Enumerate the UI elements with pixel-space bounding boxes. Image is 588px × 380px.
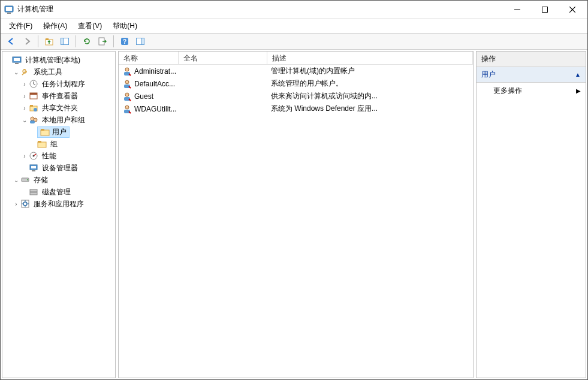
svg-point-45 <box>125 80 129 84</box>
maximize-button[interactable] <box>531 1 559 19</box>
list-item[interactable]: Administrat... 管理计算机(域)的内置帐户 <box>119 65 473 77</box>
svg-rect-1 <box>6 7 12 11</box>
svg-rect-15 <box>142 38 144 45</box>
list-pane: 名称 全名 描述 Administrat... 管理计算机(域)的内置帐户 De… <box>118 51 474 378</box>
svg-rect-23 <box>30 105 33 107</box>
clock-icon <box>29 79 38 89</box>
svg-rect-28 <box>41 130 49 135</box>
tree-task-scheduler[interactable]: › 任务计划程序 <box>4 78 114 90</box>
tree-device-manager[interactable]: 设备管理器 <box>4 162 114 174</box>
list-item[interactable]: Guest 供来宾访问计算机或访问域的内... <box>119 90 473 102</box>
expander-icon[interactable]: ⌄ <box>20 117 29 123</box>
actions-pane: 操作 用户 ▲ 更多操作 ▶ <box>476 51 586 378</box>
user-fullname <box>179 70 267 73</box>
close-button[interactable] <box>559 1 586 19</box>
tree-services-apps[interactable]: › 服务和应用程序 <box>4 198 114 210</box>
actions-section-users[interactable]: 用户 ▲ <box>477 67 586 83</box>
user-fullname <box>179 108 267 110</box>
tree-local-users-groups[interactable]: ⌄ 本地用户和组 <box>4 114 114 126</box>
list-header: 名称 全名 描述 <box>119 52 473 65</box>
tree-label: 存储 <box>34 175 48 185</box>
column-name[interactable]: 名称 <box>119 52 179 64</box>
expander-icon[interactable]: › <box>20 105 29 111</box>
up-button[interactable] <box>42 35 56 48</box>
tree-label: 磁盘管理 <box>42 187 71 197</box>
list-body: Administrat... 管理计算机(域)的内置帐户 DefaultAcc.… <box>119 65 473 115</box>
menu-file[interactable]: 文件(F) <box>4 20 37 32</box>
expander-icon[interactable]: › <box>20 81 29 88</box>
minimize-button[interactable] <box>503 1 531 19</box>
help-button[interactable]: ? <box>117 35 132 48</box>
list-item[interactable]: DefaultAcc... 系统管理的用户帐户。 <box>119 77 473 90</box>
svg-rect-4 <box>542 7 548 12</box>
menu-view[interactable]: 查看(V) <box>73 20 107 32</box>
actions-more-label: 更多操作 <box>493 86 522 96</box>
menu-action[interactable]: 操作(A) <box>38 20 72 32</box>
list-item[interactable]: WDAGUtilit... 系统为 Windows Defender 应用... <box>119 102 473 115</box>
show-hide-tree-button[interactable] <box>58 35 72 48</box>
forward-button[interactable] <box>20 35 34 48</box>
expander-icon[interactable]: ⌄ <box>12 69 20 76</box>
svg-point-24 <box>34 108 37 111</box>
chevron-right-icon: ▶ <box>576 88 581 94</box>
svg-point-33 <box>33 155 35 157</box>
actions-more[interactable]: 更多操作 ▶ <box>477 83 586 99</box>
tree-storage[interactable]: ⌄ 存储 <box>4 174 114 186</box>
tree-shared-folders[interactable]: › 共享文件夹 <box>4 102 114 114</box>
column-fullname[interactable]: 全名 <box>179 52 267 64</box>
actions-header: 操作 <box>477 52 586 67</box>
menu-help[interactable]: 帮助(H) <box>108 20 142 32</box>
expander-icon[interactable]: › <box>12 201 20 207</box>
tree-users[interactable]: 用户 <box>4 126 114 138</box>
titlebar: 计算机管理 <box>1 1 587 19</box>
user-fullname <box>179 83 267 85</box>
app-icon <box>4 5 14 14</box>
expander-icon[interactable]: › <box>20 153 29 159</box>
toolbar-separator <box>38 35 38 47</box>
toolbar: ? <box>1 33 587 50</box>
back-button[interactable] <box>4 35 19 48</box>
svg-rect-2 <box>7 13 11 14</box>
tree-label: 本地用户和组 <box>42 115 85 125</box>
tree-label: 组 <box>50 139 58 149</box>
collapse-icon: ▲ <box>575 71 581 78</box>
disk-icon <box>29 187 38 197</box>
user-description: 系统为 Windows Defender 应用... <box>267 102 473 115</box>
user-icon <box>122 104 132 114</box>
svg-rect-8 <box>46 38 49 40</box>
svg-rect-31 <box>38 141 41 143</box>
column-description[interactable]: 描述 <box>267 52 473 64</box>
tree-disk-management[interactable]: 磁盘管理 <box>4 186 114 198</box>
event-icon <box>29 91 38 101</box>
services-icon <box>20 199 30 209</box>
user-name: DefaultAcc... <box>134 80 175 88</box>
user-description: 管理计算机(域)的内置帐户 <box>267 65 473 77</box>
svg-point-47 <box>125 93 129 96</box>
tree-event-viewer[interactable]: › 事件查看器 <box>4 90 114 102</box>
tree-groups[interactable]: 组 <box>4 138 114 150</box>
tree-label: 事件查看器 <box>42 91 78 101</box>
performance-icon <box>29 151 38 161</box>
actions-section-label: 用户 <box>481 70 496 80</box>
tree-performance[interactable]: › 性能 <box>4 150 114 162</box>
expander-icon[interactable]: ⌄ <box>12 177 20 183</box>
users-groups-icon <box>29 115 38 125</box>
svg-rect-18 <box>15 63 19 64</box>
tree-label: 用户 <box>52 127 67 137</box>
user-icon <box>122 92 132 101</box>
user-name: Administrat... <box>134 67 176 76</box>
toolbar-separator <box>113 35 114 47</box>
tree-label: 共享文件夹 <box>42 103 78 113</box>
svg-rect-36 <box>32 170 35 171</box>
storage-icon <box>20 175 30 185</box>
tree-system-tools[interactable]: ⌄ 系统工具 <box>4 66 114 78</box>
show-hide-action-pane-button[interactable] <box>133 35 147 48</box>
folder-icon <box>37 139 47 149</box>
expander-icon[interactable]: › <box>20 93 29 99</box>
export-button[interactable] <box>95 35 110 48</box>
tree-root[interactable]: 计算机管理(本地) <box>4 54 114 66</box>
user-fullname <box>179 95 267 98</box>
user-icon <box>122 79 132 89</box>
refresh-button[interactable] <box>80 35 94 48</box>
svg-rect-39 <box>30 189 37 192</box>
